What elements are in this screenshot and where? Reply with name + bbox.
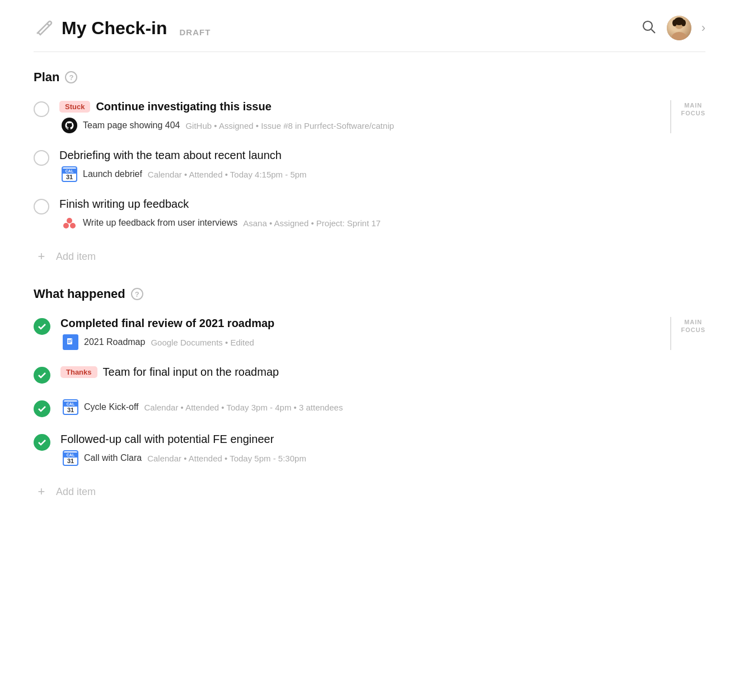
header: My Check-in DRAFT: [0, 0, 739, 52]
plan-item-sub-feedback: Write up feedback from user interviews A…: [62, 215, 705, 231]
calendar-icon-debrief: CAL 31: [62, 166, 77, 182]
asana-icon: [62, 215, 77, 231]
plan-title: Plan: [34, 70, 59, 85]
plan-add-label: Add item: [56, 251, 96, 263]
calendar-icon-cycle: CAL 31: [63, 399, 78, 415]
plan-add-item[interactable]: + Add item: [34, 249, 705, 264]
plan-item-continue: Stuck Continue investigating this issue …: [34, 100, 705, 133]
pencil-icon: [34, 17, 54, 39]
wh-item-title-clara: Followed-up call with potential FE engin…: [60, 433, 705, 446]
what-happened-help-icon[interactable]: ?: [131, 288, 143, 300]
svg-point-7: [681, 20, 686, 26]
what-happened-title: What happened: [34, 287, 125, 301]
wh-item-title-roadmap: Completed final review of 2021 roadmap: [60, 317, 705, 330]
plan-item-radio-continue[interactable]: [34, 101, 49, 117]
github-icon: [62, 118, 77, 133]
what-happened-items: Completed final review of 2021 roadmap: [34, 317, 705, 466]
wh-add-item[interactable]: + Add item: [34, 484, 705, 500]
plan-item-sub-debrief: CAL 31 Launch debrief Calendar • Attende…: [62, 166, 705, 182]
plan-section-header: Plan ?: [34, 70, 705, 85]
svg-rect-12: [68, 340, 72, 340]
gdoc-icon: [63, 334, 78, 350]
page-title: My Check-in: [62, 18, 167, 39]
stuck-badge: Stuck: [59, 101, 90, 113]
plan-item-feedback: Finish writing up feedback W: [34, 198, 705, 231]
plan-item-radio-debrief[interactable]: [34, 150, 49, 166]
plan-item-content-feedback: Finish writing up feedback W: [59, 198, 705, 231]
wh-check-thanks: [34, 367, 50, 384]
wh-item-content-clara: Followed-up call with potential FE engin…: [60, 433, 705, 466]
header-left: My Check-in DRAFT: [34, 17, 211, 39]
plan-item-radio-feedback[interactable]: [34, 199, 49, 214]
wh-item-cycle: CAL 31 Cycle Kick-off Calendar • Attende…: [34, 399, 705, 417]
svg-line-1: [651, 30, 655, 34]
svg-point-10: [70, 223, 76, 228]
wh-add-label: Add item: [56, 486, 96, 498]
plan-help-icon[interactable]: ?: [65, 71, 77, 83]
svg-point-0: [643, 21, 652, 30]
plan-item-title-debrief: Debriefing with the team about recent la…: [59, 149, 705, 162]
wh-item-content-thanks: Thanks Team for final input on the roadm…: [60, 366, 705, 379]
wh-item-clara: Followed-up call with potential FE engin…: [34, 433, 705, 466]
wh-check-cycle: [34, 400, 50, 417]
svg-point-6: [672, 20, 677, 26]
chevron-right-icon[interactable]: ›: [701, 21, 705, 35]
search-icon[interactable]: [641, 19, 657, 37]
plan-item-sub-continue: Team page showing 404 GitHub • Assigned …: [62, 118, 705, 133]
wh-check-roadmap: [34, 318, 50, 335]
wh-item-content-roadmap: Completed final review of 2021 roadmap: [60, 317, 705, 350]
wh-item-roadmap: Completed final review of 2021 roadmap: [34, 317, 705, 350]
plan-add-icon: +: [34, 249, 49, 264]
plan-item-debrief: Debriefing with the team about recent la…: [34, 149, 705, 182]
svg-rect-13: [68, 341, 72, 342]
wh-item-title-thanks: Thanks Team for final input on the roadm…: [60, 366, 705, 379]
svg-point-3: [672, 32, 686, 40]
plan-item-content-debrief: Debriefing with the team about recent la…: [59, 149, 705, 182]
plan-main-focus-1: MAINFOCUS: [670, 100, 706, 133]
wh-item-thanks: Thanks Team for final input on the roadm…: [34, 366, 705, 384]
wh-add-icon: +: [34, 484, 49, 500]
svg-point-8: [67, 218, 72, 223]
svg-point-9: [63, 223, 69, 228]
main-content: Plan ? Stuck Continue investigating this…: [0, 52, 739, 522]
wh-item-sub-roadmap: 2021 Roadmap Google Documents • Edited: [63, 334, 705, 350]
wh-item-sub-cycle: CAL 31 Cycle Kick-off Calendar • Attende…: [63, 399, 705, 415]
svg-rect-14: [68, 342, 71, 343]
calendar-icon-clara: CAL 31: [63, 450, 78, 466]
thanks-badge: Thanks: [60, 366, 97, 378]
header-right: ›: [641, 16, 705, 40]
draft-badge: DRAFT: [179, 27, 211, 37]
wh-main-focus-1: MAINFOCUS: [670, 317, 706, 350]
what-happened-section-header: What happened ?: [34, 287, 705, 301]
plan-item-title-feedback: Finish writing up feedback: [59, 198, 705, 211]
avatar[interactable]: [667, 16, 691, 40]
plan-items: Stuck Continue investigating this issue …: [34, 100, 705, 231]
plan-item-content-continue: Stuck Continue investigating this issue …: [59, 100, 705, 133]
wh-item-content-cycle: CAL 31 Cycle Kick-off Calendar • Attende…: [60, 399, 705, 415]
plan-item-title-continue: Stuck Continue investigating this issue: [59, 100, 705, 113]
wh-item-sub-clara: CAL 31 Call with Clara Calendar • Attend…: [63, 450, 705, 466]
wh-check-clara: [34, 434, 50, 451]
